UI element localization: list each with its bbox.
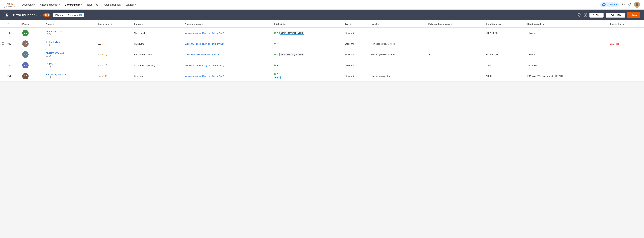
chevron-icon: ▾ (59, 4, 60, 6)
row-status: Fachbereichsprüfung (132, 60, 183, 71)
roles-badge[interactable]: 8 Rollen ▾ (600, 3, 619, 7)
svg-point-18 (50, 77, 51, 78)
keyword-item: A (274, 73, 342, 75)
row-portrait[interactable]: EF (20, 60, 44, 71)
filter-button[interactable]: Filter (590, 13, 604, 18)
at-icon[interactable] (49, 55, 51, 57)
nav-link-talent-pool[interactable]: Talent Pool (87, 4, 98, 6)
svg-point-7 (50, 34, 51, 35)
row-checkbox[interactable] (2, 53, 4, 55)
nav-link-ausschreibungen[interactable]: Ausschreibungen▾ (40, 4, 60, 6)
row-portrait[interactable]: MM (20, 28, 44, 38)
person-icon[interactable] (46, 76, 48, 79)
table-header: # Portrait Name ⇅ Bewertung ⇅ Status ⇅ A… (0, 21, 644, 28)
schnellfilter-button[interactable]: ▾ Schnellfilter (606, 13, 625, 18)
row-portrait[interactable]: TP (20, 38, 44, 49)
th-mehrfach: Mehrfachbewerbung ⇅ (427, 21, 484, 28)
svg-point-16 (50, 66, 51, 67)
at-icon[interactable] (49, 44, 51, 47)
row-letzter-kontakt: 221 Tage (608, 38, 644, 49)
name-icons (46, 65, 94, 68)
row-rating: 4.7★(2) (96, 71, 132, 82)
at-icon[interactable] (49, 65, 51, 68)
smiley-icon[interactable] (46, 44, 48, 47)
smiley-icon[interactable] (46, 55, 48, 57)
neu-button[interactable]: + Neu (627, 12, 640, 18)
nav-links: Dashboard▾Ausschreibungen▾Bewerbungen▾Ta… (22, 4, 595, 6)
th-status-label: Status (134, 23, 141, 25)
at-icon[interactable] (49, 76, 51, 79)
row-name: Mustermann, Max (44, 49, 96, 60)
roles-icon (602, 3, 606, 7)
row-kuendigung: 2 Monate / Verfügbar ab: 31.07.2019 (526, 71, 608, 82)
bell-icon[interactable] (628, 3, 632, 7)
nav-link-services[interactable]: Services▾ (125, 4, 136, 6)
roles-label: 8 Rollen (607, 4, 615, 6)
row-status: FK neutral (132, 38, 183, 49)
row-status: Neu ohne EB (132, 28, 183, 38)
ausschreibung-link[interactable]: Webentwickler/in Ruby on Rails (m/w/d) (185, 75, 224, 77)
ausschreibung-link[interactable]: Webentwickler/in Ruby on Rails (m/w/d) (185, 64, 224, 67)
th-gehalt-label: Gehaltswunsch (486, 23, 502, 25)
row-status: Radancy Erhalten (132, 49, 183, 60)
ausschreibung-link[interactable]: Webentwickler/in Ruby on Rails (m/w/d) (185, 43, 224, 45)
keyword-dot (274, 73, 276, 75)
star-icon: ★ (102, 53, 104, 56)
navbar: MHM MHM-HR.COM Dashboard▾Ausschreibungen… (0, 0, 644, 10)
keyword-item: A (274, 43, 342, 45)
filter-reset-button[interactable]: Filterung zurücksetzen ✕ (53, 13, 84, 18)
filter-reset-x-icon: ✕ (78, 14, 82, 16)
page-title: Bewerbungen (9) (13, 13, 40, 17)
star-icon: ★ (102, 43, 104, 45)
kanal-sort-icon: ⇅ (378, 23, 379, 25)
th-bewertung-label: Bewertung (98, 23, 110, 25)
row-checkbox[interactable] (2, 75, 4, 77)
row-ausschreibung: Webentwickler/in Ruby on Rails (m/w/d) (183, 28, 272, 38)
row-checkbox[interactable] (2, 32, 4, 34)
at-icon[interactable] (49, 33, 51, 36)
row-checkbox-cell (0, 28, 6, 38)
logo[interactable]: MHM MHM-HR.COM (4, 2, 16, 8)
avatar[interactable] (634, 2, 640, 8)
applicant-name-link[interactable]: Mustermann, Max (46, 52, 94, 54)
row-stichwoerter: ASAP (272, 71, 343, 82)
table-row: 374MMMustermann, Max4.5★(2)Radancy Erhal… (0, 49, 644, 60)
row-checkbox[interactable] (2, 42, 4, 45)
keyword-tag: A (277, 53, 278, 56)
applicant-name-link[interactable]: Rosenstiel, Alexandra (46, 73, 94, 76)
row-portrait[interactable]: MM (20, 49, 44, 60)
select-all-checkbox[interactable] (2, 23, 4, 25)
ausschreibung-link[interactable]: Leiter Vertrieb Außendienst (m/w/d) (185, 53, 220, 56)
th-typ-label: Typ (345, 23, 348, 25)
search-icon[interactable] (622, 3, 625, 7)
nav-link-dashboard[interactable]: Dashboard▾ (22, 4, 35, 6)
row-checkbox-cell (0, 60, 6, 71)
row-checkbox-cell (0, 38, 6, 49)
row-ausschreibung: Leiter Vertrieb Außendienst (m/w/d) (183, 49, 272, 60)
row-status: Interview (132, 71, 183, 82)
settings-button[interactable] (584, 13, 588, 17)
tags-button[interactable] (578, 13, 582, 17)
row-rating: 2.3★(1) (96, 60, 132, 71)
th-ausschreibung: Ausschreibung ⇅ (183, 21, 272, 28)
svg-point-11 (50, 45, 51, 45)
mail-icon[interactable] (46, 65, 48, 68)
row-gehalt: 65000 (484, 60, 526, 71)
row-portrait[interactable]: RA (20, 71, 44, 82)
status-sort-icon: ⇅ (142, 23, 143, 25)
applicant-name-link[interactable]: Engler, Falk (46, 62, 94, 65)
applicant-name-link[interactable]: Tester, Philipp (46, 41, 94, 43)
row-letzter-kontakt (608, 60, 644, 71)
applicant-name-link[interactable]: Mustermann, Max (46, 30, 94, 33)
ausschreibung-link[interactable]: Webentwickler/in Ruby on Rails (m/w/d) (185, 32, 224, 34)
keyword-item: ABerufserfahrung: 4 Jahre (274, 53, 342, 56)
nav-link-bewerbungen[interactable]: Bewerbungen▾ (65, 4, 82, 6)
nav-link-veranstaltungen[interactable]: Veranstaltungen (103, 4, 120, 6)
keyword-bubble: Berufserfahrung: 4 Jahre (279, 53, 304, 56)
keyword-item: SAP (274, 76, 342, 79)
row-name: Engler, Falk (44, 60, 96, 71)
row-stichwoerter: A (272, 60, 343, 71)
row-checkbox[interactable] (2, 64, 4, 66)
doc-icon[interactable] (46, 33, 48, 36)
row-name: Mustermann, Max (44, 28, 96, 38)
